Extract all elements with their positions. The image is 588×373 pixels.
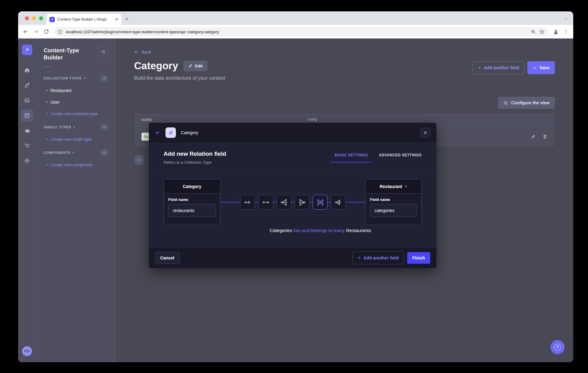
relation-many-way-icon[interactable] [331, 195, 346, 210]
relation-many-to-one-icon[interactable] [295, 195, 309, 210]
modal-add-another-field-button[interactable]: + Add another field [352, 251, 404, 264]
modal-add-another-field-label: Add another field [364, 255, 399, 260]
sentence-relation: has and belongs to many [293, 228, 345, 233]
source-field-name-input[interactable] [168, 204, 216, 217]
relation-link-icon [165, 127, 176, 138]
settings-tabs: BASIC SETTINGS ADVANCED SETTINGS [335, 153, 422, 162]
target-type-select[interactable]: Restaurant ▼ [366, 179, 421, 194]
relation-configurator: Category Field name [149, 171, 436, 247]
bookmark-star-icon[interactable] [539, 29, 545, 34]
sentence-source: Categories [270, 228, 292, 233]
close-icon[interactable] [420, 128, 430, 138]
relation-many-to-many-icon[interactable] [313, 195, 328, 210]
modal-title: Category [181, 130, 198, 135]
tab-advanced-settings[interactable]: ADVANCED SETTINGS [379, 153, 422, 162]
cancel-button[interactable]: Cancel [155, 252, 180, 264]
back-icon[interactable] [22, 29, 29, 35]
tab-search-chevron-icon[interactable]: ⌄ [564, 15, 568, 20]
relation-sentence: Categories has and belongs to many Resta… [270, 228, 316, 233]
source-type-title: Category [164, 179, 220, 194]
chevron-down-icon: ▼ [405, 185, 407, 188]
site-info-icon[interactable] [58, 29, 63, 34]
reload-icon[interactable] [43, 29, 50, 35]
finish-button[interactable]: Finish [407, 252, 430, 264]
forward-icon[interactable] [33, 29, 39, 35]
tab-basic-settings[interactable]: BASIC SETTINGS [335, 153, 368, 162]
relation-one-way-icon[interactable] [240, 195, 255, 210]
source-field-name-label: Field name [168, 198, 216, 202]
address-bar[interactable]: localhost:1337/admin/plugins/content-typ… [54, 27, 548, 36]
browser-tab[interactable]: Content-Type Builder | Strapi ✕ [46, 14, 121, 25]
strapi-favicon-icon [50, 17, 55, 22]
browser-window: Content-Type Builder | Strapi ✕ + ⌄ loca… [18, 11, 573, 362]
traffic-lights [25, 16, 43, 20]
profile-avatar-icon[interactable] [553, 29, 559, 35]
modal-heading: Add new Relation field [164, 150, 226, 157]
minimize-window-button[interactable] [32, 16, 36, 20]
plus-icon: + [358, 255, 361, 261]
tab-title: Content-Type Builder | Strapi [57, 17, 112, 22]
target-field-name-input[interactable] [370, 204, 417, 217]
browser-tab-bar: Content-Type Builder | Strapi ✕ + ⌄ [18, 11, 573, 25]
tab-close-icon[interactable]: ✕ [115, 17, 118, 22]
target-type-title: Restaurant [379, 184, 402, 189]
modal-footer: Cancel + Add another field Finish [149, 247, 436, 268]
zoom-page-icon[interactable] [530, 29, 536, 34]
target-field-name-label: Field name [370, 198, 417, 202]
modal-header: Category [149, 123, 436, 142]
add-relation-field-modal: Category Add new Relation field Refers t… [149, 123, 436, 268]
source-type-card: Category Field name [164, 179, 220, 225]
strapi-admin: KD Content-Type Builder COLLECTION TYPES… [18, 38, 573, 362]
zoom-window-button[interactable] [39, 16, 43, 20]
browser-toolbar: localhost:1337/admin/plugins/content-typ… [18, 25, 573, 38]
modal-subheading: Refers to a Collection Type [164, 160, 226, 165]
close-window-button[interactable] [25, 16, 29, 20]
modal-subheader: Add new Relation field Refers to a Colle… [149, 142, 436, 171]
modal-back-arrow-icon[interactable] [155, 130, 161, 135]
browser-menu-icon[interactable] [563, 29, 569, 34]
sentence-target: Restaurants [346, 228, 371, 233]
target-type-card: Restaurant ▼ Field name [365, 179, 422, 225]
relation-one-to-one-icon[interactable] [258, 195, 273, 210]
url-text: localhost:1337/admin/plugins/content-typ… [66, 30, 527, 34]
new-tab-button[interactable]: + [125, 16, 129, 22]
relation-one-to-many-icon[interactable] [276, 195, 291, 210]
